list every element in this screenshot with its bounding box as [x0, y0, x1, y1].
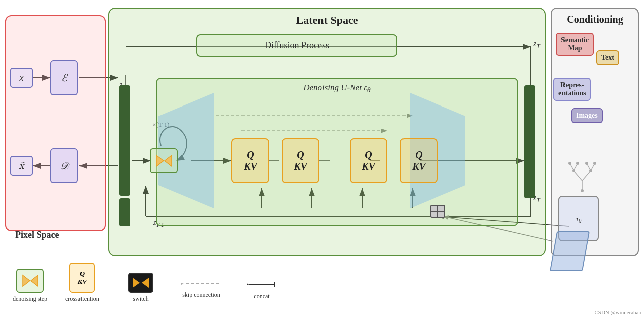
denoising-step-icon — [150, 148, 178, 173]
legend-kv: KV — [78, 278, 87, 286]
images-tag: Images — [571, 108, 603, 123]
legend-switch: switch — [128, 273, 153, 303]
encoder-label: ℰ — [61, 72, 67, 84]
legend-concat: concat — [247, 279, 277, 300]
qkv-block-2: Q KV — [282, 138, 319, 183]
legend-skip-arrow — [181, 280, 221, 288]
svg-line-34 — [574, 171, 582, 181]
legend-denoising-label: denoising step — [13, 295, 47, 303]
svg-point-44 — [576, 162, 579, 165]
tree-icon — [564, 156, 601, 196]
qkv-block-1: Q KV — [231, 138, 269, 183]
svg-marker-32 — [165, 155, 172, 166]
svg-marker-47 — [23, 275, 30, 286]
qkv-kv-1: KV — [244, 161, 257, 172]
semantic-map-tag: SemanticMap — [556, 33, 594, 56]
x-variable: x — [10, 68, 33, 88]
svg-point-46 — [593, 162, 596, 165]
legend-concat-label: concat — [254, 293, 269, 300]
svg-point-40 — [581, 189, 584, 192]
unet-label: Denoising U-Net εθ — [303, 83, 371, 94]
qkv-block-3: Q KV — [350, 138, 387, 183]
watermark: CSDN @winnerahao — [594, 309, 641, 315]
svg-point-41 — [572, 169, 575, 172]
legend-crossattention-icon: Q KV — [69, 263, 95, 293]
left-vert-bar-bottom — [119, 198, 130, 226]
decoder-label: 𝒟 — [60, 160, 68, 172]
tau-theta-label: τθ — [576, 215, 582, 225]
legend-crossattention-label: crossattention — [65, 295, 99, 303]
qkv-q-3: Q — [365, 149, 372, 161]
left-vert-bar-top — [119, 85, 130, 196]
svg-line-35 — [582, 171, 591, 181]
qkv-q-2: Q — [297, 149, 304, 161]
decoder-box: 𝒟 — [50, 148, 78, 183]
concat-symbol — [430, 205, 445, 218]
legend-denoising-icon — [16, 269, 44, 293]
svg-point-45 — [585, 162, 588, 165]
qkv-kv-4: KV — [412, 161, 426, 172]
diagram-container: Pixel Space x x̃ ℰ 𝒟 Latent Space Diffus… — [0, 0, 644, 318]
legend-q: Q — [80, 270, 85, 278]
qkv-kv-3: KV — [362, 161, 375, 172]
x-label: x — [20, 73, 24, 83]
z-T-label-top: zT — [533, 39, 540, 50]
qkv-block-4: Q KV — [400, 138, 438, 183]
right-vert-bar — [524, 85, 535, 198]
x-tilde-label: x̃ — [19, 160, 24, 171]
conditioning-label: Conditioning — [567, 14, 623, 25]
legend-switch-label: switch — [133, 295, 148, 303]
diffusion-process-box: Diffusion Process — [196, 34, 397, 57]
diffusion-process-label: Diffusion Process — [265, 40, 329, 51]
legend-crossattention: Q KV crossattention — [65, 263, 99, 303]
svg-marker-49 — [133, 278, 140, 288]
pixel-space-box — [5, 15, 106, 231]
pixel-space-label: Pixel Space — [15, 230, 59, 240]
legend-skip: skip connection — [181, 280, 221, 299]
latent-space-label: Latent Space — [296, 14, 358, 27]
qkv-kv-2: KV — [294, 161, 307, 172]
qkv-q-4: Q — [415, 149, 422, 161]
conditioning-input-shape — [550, 231, 590, 271]
concat-line-h — [431, 211, 444, 212]
encoder-box: ℰ — [50, 60, 78, 95]
text-tag: Text — [596, 50, 619, 65]
svg-point-42 — [589, 169, 592, 172]
svg-marker-50 — [142, 278, 149, 288]
qkv-q-1: Q — [247, 149, 254, 161]
x-tilde-variable: x̃ — [10, 156, 33, 176]
svg-marker-48 — [31, 275, 38, 286]
legend-concat-arrow — [247, 279, 277, 289]
svg-marker-31 — [156, 155, 164, 166]
legend-denoising: denoising step — [13, 269, 47, 303]
legend-switch-icon — [128, 273, 153, 293]
legend-skip-label: skip connection — [182, 291, 220, 299]
svg-point-43 — [568, 162, 571, 165]
representations-tag: Repres-entations — [553, 78, 591, 101]
